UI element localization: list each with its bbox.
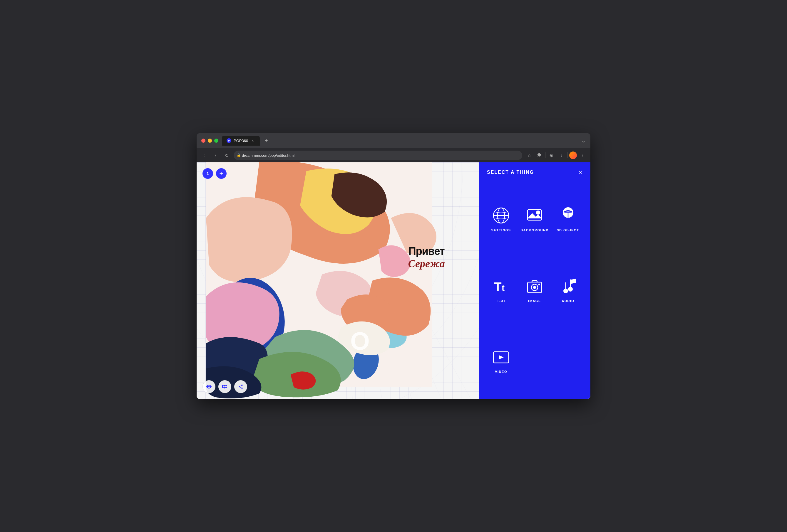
refresh-button[interactable]: ↻ [222,151,231,159]
svg-text:O: O [350,327,370,355]
audio-label: AUDIO [561,299,574,303]
image-label: IMAGE [528,299,541,303]
bookmark-icon[interactable]: ☆ [525,151,533,159]
browser-window: P POP360 × + ⌄ ‹ › ↻ 🔒 ☆ ◉ ↓ [197,133,590,399]
url-input[interactable] [234,151,522,160]
maximize-window-button[interactable] [214,138,218,143]
title-bar: P POP360 × + ⌄ [197,133,590,148]
extensions-icon[interactable] [535,151,544,159]
text-icon: T t [492,278,510,295]
toolbar-divider-2 [567,152,568,158]
panel-close-button[interactable]: × [579,170,582,175]
panel-item-3d-object[interactable]: 3D OBJECT [552,184,584,255]
svg-point-32 [533,286,536,289]
secure-icon: 🔒 [237,153,241,157]
share-button[interactable] [234,380,247,393]
settings-label: SETTINGS [491,228,511,232]
canvas-toolbar: 1 + [203,168,227,179]
canvas-area: O Привет Сережа 1 + [197,162,479,399]
traffic-lights [201,138,218,143]
svg-text:T: T [494,280,502,294]
toolbar-right: ☆ ◉ ↓ ⋮ [525,151,587,159]
right-panel: SELECT A THING × [479,162,590,399]
svg-point-25 [536,210,540,215]
text-label: TEXT [496,299,506,303]
3d-object-icon [559,207,577,224]
minimize-window-button[interactable] [208,138,212,143]
menu-icon[interactable]: ⋮ [579,151,587,159]
add-element-button[interactable]: + [216,168,227,179]
video-icon [492,348,510,366]
profile-avatar[interactable] [569,152,577,159]
back-button[interactable]: ‹ [200,151,208,159]
text-privet[interactable]: Привет [408,245,445,258]
panel-item-audio[interactable]: AUDIO [552,255,584,326]
panel-item-background[interactable]: BACKGROUND [517,184,552,255]
svg-text:t: t [502,283,505,293]
svg-point-34 [563,289,568,293]
panel-header: SELECT A THING × [479,162,590,181]
panel-item-text[interactable]: T t TEXT [485,255,517,326]
background-label: BACKGROUND [520,228,549,232]
tab-favicon: P [227,138,231,143]
tab-label: POP360 [234,138,248,143]
video-label: VIDEO [495,370,507,374]
tab-overflow-button[interactable]: ⌄ [581,137,586,144]
panel-item-image[interactable]: IMAGE [517,255,552,326]
shield-icon[interactable]: ◉ [547,151,555,159]
new-tab-button[interactable]: + [262,136,270,145]
text-seryozha[interactable]: Сережа [408,258,445,270]
background-icon [526,207,544,224]
panel-item-video[interactable]: VIDEO [485,325,517,396]
forward-button[interactable]: › [211,151,219,159]
canvas-artwork: O [197,162,479,399]
canvas-bottom-tools [203,380,247,393]
settings-icon [492,207,510,224]
vr-button[interactable] [218,380,231,393]
close-window-button[interactable] [201,138,206,143]
panel-title: SELECT A THING [487,170,534,175]
active-tab[interactable]: P POP360 × [222,136,260,146]
step-number-button[interactable]: 1 [203,168,213,179]
toolbar-divider [545,152,546,158]
address-bar: ‹ › ↻ 🔒 ☆ ◉ ↓ ⋮ [197,148,590,162]
panel-items: SETTINGS BACKGROUND [479,181,590,399]
3d-object-label: 3D OBJECT [557,228,579,232]
tab-bar: P POP360 × + ⌄ [222,136,586,146]
preview-button[interactable] [203,380,215,393]
image-icon [526,278,544,295]
panel-item-settings[interactable]: SETTINGS [485,184,517,255]
main-content: O Привет Сережа 1 + [197,162,590,399]
tab-close-button[interactable]: × [250,138,255,143]
audio-icon [559,278,577,295]
text-overlay: Привет Сережа [408,245,445,270]
address-wrapper: 🔒 [234,151,522,160]
svg-point-33 [538,284,540,285]
svg-point-35 [568,287,573,291]
download-icon[interactable]: ↓ [557,151,566,159]
